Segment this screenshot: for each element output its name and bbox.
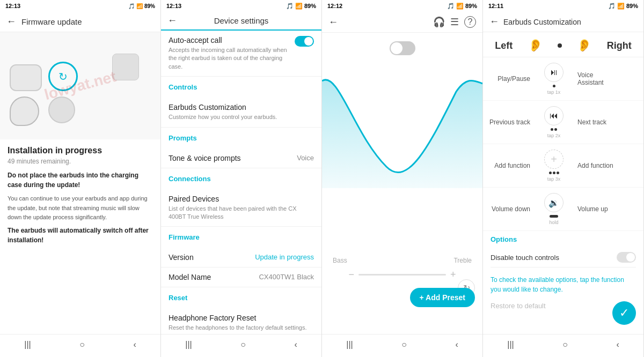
nav-home-icon-2[interactable]: ○: [240, 340, 246, 349]
tap3-dot3: [557, 172, 559, 174]
status-time-4: 12:11: [488, 3, 503, 9]
nav-home-icon-4[interactable]: ○: [562, 340, 568, 349]
eq-curve-svg: [322, 38, 482, 188]
fn-center-1: ⏯ tap 1x: [535, 63, 573, 95]
add-preset-label: + Add Preset: [420, 293, 465, 302]
left-fn-4[interactable]: Volume down: [487, 205, 535, 213]
factory-reset-item[interactable]: Headphone Factory Reset Reset the headph…: [161, 308, 321, 334]
tone-voice-item[interactable]: Tone & voice prompts Voice: [161, 148, 321, 168]
eq-minus-icon[interactable]: −: [349, 269, 355, 280]
right-fn-4[interactable]: Volume up: [573, 205, 620, 213]
status-bar-4: 12:11 🎵 📶 89%: [483, 0, 643, 12]
play-pause-icon-btn[interactable]: ⏯: [544, 63, 564, 82]
install-title: Installation in progress: [8, 146, 153, 155]
controls-section: Controls: [161, 77, 321, 98]
reset-section-title: Reset: [169, 294, 314, 302]
disable-touch-row[interactable]: Disable touch controls: [491, 248, 636, 267]
nav-menu-icon-1[interactable]: |||: [24, 340, 31, 349]
eq-toggle-container: [390, 41, 415, 55]
status-time-1: 12:13: [5, 3, 20, 9]
customization-topbar: ← Earbuds Customization: [483, 12, 643, 32]
left-fn-3[interactable]: Add function: [487, 162, 535, 169]
install-subtitle: 49 minutes remaining.: [8, 158, 153, 165]
tap3-dot1: [549, 172, 552, 174]
eq-plus-icon[interactable]: +: [450, 269, 456, 280]
install-note: You can continue to use your earbuds and…: [8, 194, 153, 222]
auto-accept-desc: Accepts the incoming call automatically …: [169, 46, 290, 71]
right-fn-2[interactable]: Next track: [573, 118, 620, 126]
firmware-section-title: Firmware: [169, 233, 314, 241]
reset-section: Reset: [161, 287, 321, 308]
install-info: Installation in progress 49 minutes rema…: [0, 139, 160, 249]
back-button-4[interactable]: ←: [489, 16, 499, 27]
tap3-dots: [549, 172, 559, 174]
paired-devices-desc: List of devices that have been paired wi…: [169, 205, 314, 221]
nav-menu-icon-2[interactable]: |||: [185, 340, 192, 349]
connections-section: Connections: [161, 168, 321, 189]
left-label[interactable]: Left: [495, 40, 513, 51]
version-item[interactable]: Version Update in progress: [161, 248, 321, 267]
disable-touch-toggle[interactable]: [617, 252, 636, 263]
hold-label: hold: [549, 220, 558, 225]
nav-menu-icon-3[interactable]: |||: [346, 340, 353, 349]
hold-dot: [550, 215, 558, 218]
tone-voice-value: Voice: [297, 154, 314, 162]
right-label[interactable]: Right: [607, 40, 632, 51]
tap1-label: tap 1x: [547, 90, 561, 95]
earbud-right1-icon: [112, 54, 139, 80]
nav-home-icon-1[interactable]: ○: [79, 340, 85, 349]
back-button-3[interactable]: ←: [328, 17, 338, 28]
add-fn-icon-btn[interactable]: +: [544, 150, 564, 169]
left-fn-2[interactable]: Previous track: [487, 118, 535, 126]
fn-center-3: + tap 3x: [535, 150, 573, 182]
nav-back-icon-3[interactable]: ‹: [455, 340, 458, 349]
nav-back-icon-4[interactable]: ‹: [616, 340, 619, 349]
nav-home-icon-3[interactable]: ○: [401, 340, 407, 349]
function-row-1: Play/Pause ⏯ tap 1x Voice Assistant: [483, 57, 643, 101]
eq-slider-row: − +: [349, 269, 456, 280]
right-fn-3[interactable]: Add function: [573, 162, 620, 169]
confirm-button[interactable]: ✓: [612, 301, 636, 325]
earbuds-customization-desc: Customize how you control your earbuds.: [169, 113, 314, 121]
right-fn-1[interactable]: Voice Assistant: [573, 71, 620, 86]
nav-menu-icon-4[interactable]: |||: [507, 340, 514, 349]
auto-accept-toggle[interactable]: [295, 36, 314, 47]
panel-eq: 12:12 🎵 📶 89% ← 🎧 ☰ ?: [322, 0, 483, 357]
status-bar-2: 12:13 🎵 📶 89%: [161, 0, 321, 12]
fn-center-2: ⏮ tap 2x: [535, 106, 573, 138]
auto-accept-item[interactable]: Auto-accept call Accepts the incoming ca…: [161, 31, 321, 77]
device-settings-title: Device settings: [214, 16, 269, 25]
eq-topbar: ← 🎧 ☰ ?: [322, 12, 482, 33]
device-settings-topbar: ← Device settings: [161, 12, 321, 31]
eq-bars-icon[interactable]: ☰: [450, 16, 459, 28]
eq-track[interactable]: [358, 274, 446, 276]
model-name-value: CX400TW1 Black: [259, 273, 314, 281]
left-ear-icon[interactable]: 👂: [528, 39, 543, 53]
eq-bass-label: Bass: [333, 257, 347, 264]
model-name-title: Model Name: [169, 273, 211, 281]
nav-bar-4: ||| ○ ‹: [483, 334, 643, 357]
nav-back-icon-2[interactable]: ‹: [294, 340, 297, 349]
add-preset-button[interactable]: + Add Preset: [410, 288, 475, 307]
tap3-dot2: [553, 172, 555, 174]
tap2-dots: [551, 128, 557, 131]
status-icons-3: 🎵 📶 89%: [447, 3, 477, 10]
back-button-2[interactable]: ←: [167, 15, 177, 26]
help-icon[interactable]: ?: [464, 16, 476, 28]
nav-back-icon-1[interactable]: ‹: [133, 340, 136, 349]
eq-toggle[interactable]: [390, 41, 415, 55]
install-warning-bold: Do not place the earbuds into the chargi…: [8, 172, 138, 189]
function-row-2: Previous track ⏮ tap 2x Next track: [483, 101, 643, 144]
fn-center-4: 🔉 hold: [535, 193, 573, 225]
headphone-icon[interactable]: 🎧: [433, 16, 445, 28]
left-fn-1[interactable]: Play/Pause: [487, 75, 535, 83]
earbuds-customization-item[interactable]: Earbuds Customization Customize how you …: [161, 98, 321, 127]
controls-section-title: Controls: [169, 83, 314, 91]
back-button-1[interactable]: ←: [6, 16, 16, 27]
earbud-bottom-right-icon: [48, 96, 75, 123]
paired-devices-title: Paired Devices: [169, 195, 314, 203]
prev-track-icon-btn[interactable]: ⏮: [544, 106, 564, 125]
paired-devices-item[interactable]: Paired Devices List of devices that have…: [161, 189, 321, 227]
vol-down-icon-btn[interactable]: 🔉: [544, 193, 564, 212]
right-ear-icon[interactable]: 👂: [577, 39, 591, 53]
